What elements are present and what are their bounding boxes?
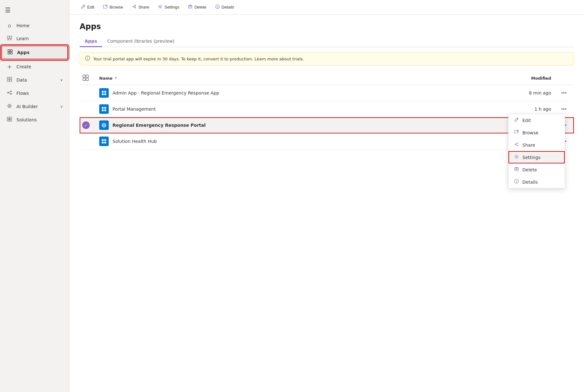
context-menu-details[interactable]: Details: [508, 176, 565, 188]
data-icon: [6, 77, 13, 83]
svg-rect-48: [83, 75, 85, 77]
apps-table: Name ↑ Modified: [80, 72, 574, 150]
svg-rect-58: [102, 109, 104, 111]
svg-rect-55: [104, 93, 106, 95]
delete-button[interactable]: Delete: [184, 3, 210, 12]
app-icon: [99, 137, 109, 146]
context-menu-settings[interactable]: Settings: [508, 151, 565, 163]
svg-rect-57: [104, 107, 106, 109]
app-row-name: Solution Health Hub: [99, 137, 464, 146]
svg-point-72: [517, 143, 518, 144]
app-icon: [99, 88, 109, 98]
notice-banner: Your trial portal app will expire in 30 …: [80, 52, 574, 65]
notice-info-icon: [85, 56, 90, 62]
hamburger-button[interactable]: ☰: [0, 3, 69, 19]
edit-icon: [81, 4, 85, 10]
th-name[interactable]: Name ↑: [95, 72, 468, 85]
tab-component-libraries[interactable]: Component libraries (preview): [102, 36, 179, 47]
context-menu: Edit Browse Share: [508, 114, 565, 188]
ai-builder-chevron-icon: ∨: [60, 104, 63, 109]
svg-point-16: [10, 93, 12, 95]
context-browse-icon: [514, 130, 519, 136]
svg-line-69: [517, 119, 518, 119]
share-button[interactable]: Share: [128, 3, 153, 12]
context-menu-browse[interactable]: Browse: [508, 126, 565, 139]
sidebar-item-data[interactable]: Data ∨: [1, 74, 68, 86]
context-settings-icon: [514, 154, 519, 160]
svg-rect-8: [8, 52, 10, 54]
table-row[interactable]: ✓: [80, 117, 574, 133]
svg-rect-59: [104, 109, 106, 111]
edit-button[interactable]: Edit: [77, 3, 98, 12]
svg-rect-52: [102, 91, 104, 93]
svg-point-75: [516, 156, 517, 157]
sidebar-label-apps: Apps: [17, 50, 29, 55]
row-more-button[interactable]: •••: [559, 105, 569, 113]
th-modified: Modified: [468, 72, 555, 85]
table-apps-header-icon: [82, 74, 89, 81]
settings-button[interactable]: Settings: [154, 3, 183, 12]
app-name: Portal Management: [113, 107, 156, 112]
flows-icon: [6, 90, 13, 96]
svg-point-44: [217, 5, 218, 6]
browse-button[interactable]: Browse: [99, 3, 127, 12]
main-content: Edit Browse Share: [70, 0, 584, 392]
th-selector: [80, 72, 95, 85]
details-button[interactable]: Details: [211, 3, 238, 12]
app-row-name: Portal Management: [99, 104, 464, 114]
table-row[interactable]: Portal Management 1 h ago •••: [80, 101, 574, 117]
sidebar-label-learn: Learn: [16, 36, 29, 41]
svg-point-47: [87, 57, 88, 58]
svg-point-35: [132, 6, 133, 7]
app-icon: [99, 104, 109, 114]
app-name: Regional Emergency Response Portal: [113, 123, 206, 128]
svg-rect-29: [9, 119, 11, 120]
svg-point-19: [8, 104, 11, 107]
context-menu-delete[interactable]: Delete: [508, 163, 565, 176]
app-row-name: Admin App - Regional Emergency Response …: [99, 88, 464, 98]
svg-rect-0: [7, 36, 9, 39]
svg-rect-49: [86, 75, 88, 77]
svg-rect-28: [8, 119, 9, 120]
sidebar-item-ai-builder[interactable]: AI Builder ∨: [1, 100, 68, 113]
svg-rect-54: [102, 93, 104, 95]
svg-rect-7: [10, 50, 12, 52]
svg-point-14: [7, 92, 9, 93]
context-share-label: Share: [522, 143, 535, 148]
settings-icon: [158, 4, 162, 10]
notice-text: Your trial portal app will expire in 30 …: [93, 57, 304, 61]
sidebar-item-learn[interactable]: Learn: [1, 32, 68, 45]
row-more-button[interactable]: •••: [559, 89, 569, 97]
svg-rect-70: [514, 130, 518, 133]
context-details-icon: [514, 179, 519, 185]
svg-point-36: [160, 6, 161, 8]
share-icon: [132, 4, 137, 10]
sidebar-item-apps[interactable]: Apps: [1, 46, 68, 59]
svg-rect-13: [10, 80, 12, 82]
sidebar-label-create: Create: [16, 64, 31, 69]
page-body: Apps Apps Component libraries (preview) …: [70, 15, 584, 392]
svg-point-15: [10, 91, 12, 92]
sidebar-item-solutions[interactable]: Solutions: [1, 113, 68, 126]
app-name: Solution Health Hub: [113, 139, 157, 144]
browse-icon: [103, 4, 107, 10]
context-menu-edit[interactable]: Edit: [508, 114, 565, 126]
sidebar-item-home[interactable]: ⌂ Home: [1, 19, 68, 32]
sidebar-label-ai-builder: AI Builder: [16, 104, 38, 109]
table-row[interactable]: Admin App - Regional Emergency Response …: [80, 85, 574, 101]
share-label: Share: [138, 5, 149, 9]
svg-point-74: [514, 144, 515, 145]
context-share-icon: [514, 142, 519, 148]
tab-apps[interactable]: Apps: [80, 36, 102, 47]
svg-line-30: [83, 5, 84, 6]
context-edit-label: Edit: [522, 118, 531, 123]
svg-rect-67: [102, 142, 104, 144]
sidebar-item-flows[interactable]: Flows: [1, 87, 68, 100]
context-menu-share[interactable]: Share: [508, 139, 565, 151]
sidebar-item-create[interactable]: + Create: [1, 60, 68, 73]
edit-label: Edit: [87, 5, 94, 9]
svg-rect-11: [10, 77, 12, 79]
data-chevron-icon: ∨: [60, 78, 63, 82]
table-row[interactable]: Solution Health Hub •••: [80, 133, 574, 150]
home-icon: ⌂: [6, 22, 13, 28]
